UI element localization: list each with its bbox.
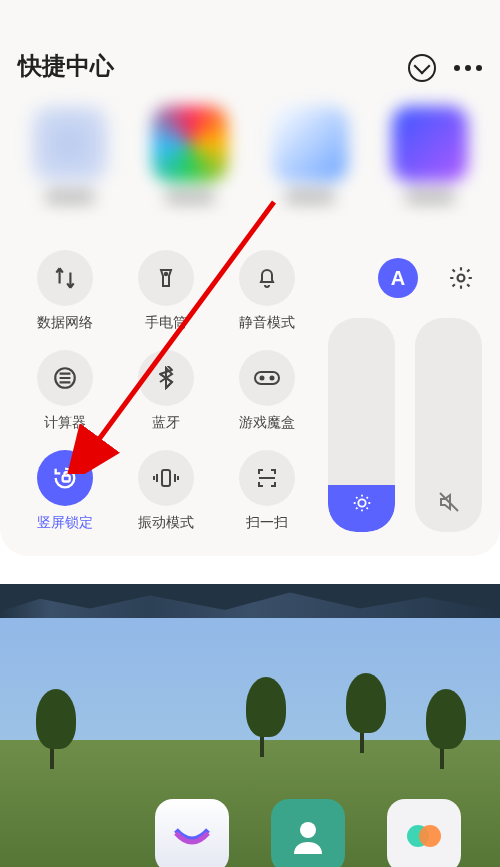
quick-toggles-grid: 数据网络 手电筒 静音模式 计算器 — [18, 250, 314, 532]
panel-header: 快捷中心 — [18, 0, 482, 98]
brightness-slider[interactable] — [328, 318, 395, 532]
svg-point-10 — [358, 499, 365, 506]
svg-point-9 — [458, 275, 465, 282]
app-contacts[interactable]: 联系人 — [250, 799, 366, 867]
chevron-down-icon — [414, 58, 431, 75]
collapse-button[interactable] — [408, 54, 436, 82]
gear-icon — [448, 265, 474, 291]
svg-rect-5 — [62, 476, 69, 482]
annotation-arrow — [56, 194, 286, 474]
toggle-label: 振动模式 — [138, 514, 194, 532]
app-placeholder — [18, 799, 134, 867]
contacts-icon — [271, 799, 345, 867]
svg-point-14 — [419, 825, 441, 847]
right-column: A — [328, 250, 482, 532]
header-actions — [408, 54, 482, 82]
app-store[interactable]: 应用商店 — [134, 799, 250, 867]
app-dock: 应用商店 联系人 i 主题 — [0, 799, 500, 867]
svg-line-8 — [94, 202, 274, 446]
svg-point-12 — [300, 822, 316, 838]
app-store-icon — [155, 799, 229, 867]
brightness-icon — [351, 492, 373, 518]
volume-mute-icon — [437, 490, 461, 518]
volume-slider[interactable] — [415, 318, 482, 532]
controls-row: 数据网络 手电筒 静音模式 计算器 — [18, 250, 482, 532]
home-screen: 应用商店 联系人 i 主题 — [0, 584, 500, 867]
more-button[interactable] — [454, 65, 482, 71]
app-theme[interactable]: i 主题 — [366, 799, 482, 867]
toggle-label: 扫一扫 — [246, 514, 288, 532]
settings-button[interactable] — [444, 261, 478, 295]
toggle-label: 竖屏锁定 — [37, 514, 93, 532]
auto-brightness-badge[interactable]: A — [378, 258, 418, 298]
quick-settings-panel: 快捷中心 数据网络 — [0, 0, 500, 556]
page-title: 快捷中心 — [18, 50, 114, 82]
theme-icon — [387, 799, 461, 867]
